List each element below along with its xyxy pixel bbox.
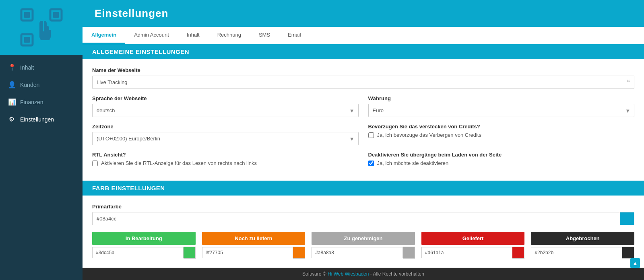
status-colors-row: In Bearbeitung Noch zu liefern xyxy=(92,232,634,259)
language-currency-row: Sprache der Webseite deutsch English ▼ xyxy=(92,95,634,124)
status-color-row-3 xyxy=(421,247,525,259)
transitions-checkbox-label: Ja, ich möchte sie deaktivieren xyxy=(377,160,449,166)
credits-label: Bevorzugen Sie das verstecken von Credit… xyxy=(368,124,635,130)
location-icon: 📍 xyxy=(8,64,15,71)
primary-color-label: Primärfarbe xyxy=(92,204,634,210)
status-swatch-2[interactable] xyxy=(403,247,415,259)
credits-group: Bevorzugen Sie das verstecken von Credit… xyxy=(368,124,635,138)
credits-checkbox-wrap: Ja, ich bevorzuge das Verbergen von Cred… xyxy=(368,132,635,138)
tab-rechnung[interactable]: Rechnung xyxy=(208,27,250,44)
rtl-group: RTL Ansicht? Aktivieren Sie die RTL-Anze… xyxy=(92,152,359,166)
website-name-input-wrap: ❝ xyxy=(92,76,634,89)
website-name-input[interactable] xyxy=(92,76,634,89)
timezone-credits-row: Zeitzone (UTC+02:00) Europe/Berlin ▼ Bev xyxy=(92,124,634,152)
status-swatch-4[interactable] xyxy=(622,247,634,259)
language-group: Sprache der Webseite deutsch English ▼ xyxy=(92,95,359,117)
svg-rect-5 xyxy=(24,37,30,43)
tab-sms[interactable]: SMS xyxy=(250,27,279,44)
sidebar-label-einstellungen: Einstellungen xyxy=(20,116,54,123)
logo-icon xyxy=(19,7,64,47)
content-area: ALLGEMEINE EINSTELLUNGEN Name der Websei… xyxy=(83,44,644,268)
tab-allgemein[interactable]: Allgemein xyxy=(83,27,125,44)
primary-color-input-wrap xyxy=(92,212,634,225)
rtl-col: RTL Ansicht? Aktivieren Sie die RTL-Anze… xyxy=(92,152,359,173)
status-geliefert: Geliefert xyxy=(421,232,525,259)
primary-color-input[interactable] xyxy=(92,212,634,225)
color-form-panel: Primärfarbe In Bearbeitung xyxy=(83,196,644,267)
timezone-select-wrap: (UTC+02:00) Europe/Berlin ▼ xyxy=(92,132,359,145)
footer-text-suffix: - Alle Rechte vorbehalten xyxy=(369,271,424,277)
tab-admin-account[interactable]: Admin Account xyxy=(125,27,178,44)
status-in-bearbeitung: In Bearbeitung xyxy=(92,232,196,259)
status-btn-in-bearbeitung[interactable]: In Bearbeitung xyxy=(92,232,196,245)
status-noch-zu-liefern: Noch zu liefern xyxy=(202,232,305,259)
language-select-wrap: deutsch English ▼ xyxy=(92,104,359,117)
quote-icon: ❝ xyxy=(626,78,630,87)
status-btn-noch-zu-liefern[interactable]: Noch zu liefern xyxy=(202,232,305,245)
status-abgebrochen: Abgebrochen xyxy=(531,232,634,259)
chart-icon: 📊 xyxy=(8,98,15,106)
footer-text-prefix: Software © xyxy=(302,271,328,277)
rtl-transitions-row: RTL Ansicht? Aktivieren Sie die RTL-Anze… xyxy=(92,152,634,173)
status-color-row-4 xyxy=(531,247,634,259)
transitions-checkbox[interactable] xyxy=(368,161,374,166)
currency-label: Währung xyxy=(368,95,635,101)
tab-email[interactable]: Email xyxy=(279,27,310,44)
tab-inhalt[interactable]: Inhalt xyxy=(178,27,208,44)
person-icon: 👤 xyxy=(8,81,15,89)
primary-color-group: Primärfarbe xyxy=(92,204,634,225)
status-color-row-1 xyxy=(202,247,305,259)
footer-link[interactable]: Hi Web Wiesbaden xyxy=(328,271,369,277)
currency-select[interactable]: Euro USD xyxy=(368,104,635,117)
footer: Software © Hi Web Wiesbaden - Alle Recht… xyxy=(83,268,644,280)
status-color-row-2 xyxy=(312,247,415,259)
tab-bar: Allgemein Admin Account Inhalt Rechnung … xyxy=(83,27,644,44)
credits-col: Bevorzugen Sie das verstecken von Credit… xyxy=(368,124,635,152)
rtl-label: RTL Ansicht? xyxy=(92,152,359,158)
sidebar-logo xyxy=(0,0,83,55)
rtl-checkbox-label: Aktivieren Sie die RTL-Anzeige für das L… xyxy=(101,160,257,166)
sidebar-label-finanzen: Finanzen xyxy=(20,99,43,105)
status-hex-input-0[interactable] xyxy=(92,247,184,258)
credits-checkbox[interactable] xyxy=(368,132,374,138)
general-form-panel: Name der Webseite ❝ Sprache der Webseite xyxy=(83,59,644,181)
page-title: Einstellungen xyxy=(95,7,168,20)
timezone-select[interactable]: (UTC+02:00) Europe/Berlin xyxy=(92,132,359,145)
currency-group: Währung Euro USD ▼ xyxy=(368,95,635,117)
website-name-group: Name der Webseite ❝ xyxy=(92,67,634,89)
language-select[interactable]: deutsch English xyxy=(92,104,359,117)
status-hex-input-1[interactable] xyxy=(202,247,293,258)
sidebar-item-finanzen[interactable]: 📊 Finanzen xyxy=(0,93,83,111)
currency-col: Währung Euro USD ▼ xyxy=(368,95,635,124)
timezone-group: Zeitzone (UTC+02:00) Europe/Berlin ▼ xyxy=(92,124,359,145)
status-hex-input-2[interactable] xyxy=(312,247,403,258)
svg-rect-3 xyxy=(53,12,59,18)
status-swatch-0[interactable] xyxy=(184,247,196,259)
transitions-label: Deaktivieren Sie übergänge beim Laden vo… xyxy=(368,152,635,158)
status-swatch-1[interactable] xyxy=(293,247,305,259)
website-name-label: Name der Webseite xyxy=(92,67,634,73)
credits-checkbox-label: Ja, ich bevorzuge das Verbergen von Cred… xyxy=(377,132,481,138)
timezone-col: Zeitzone (UTC+02:00) Europe/Berlin ▼ xyxy=(92,124,359,152)
sidebar-label-inhalt: Inhalt xyxy=(20,64,34,71)
scroll-up-button[interactable]: ▲ xyxy=(630,258,640,268)
language-label: Sprache der Webseite xyxy=(92,95,359,101)
general-section-header: ALLGEMEINE EINSTELLUNGEN xyxy=(83,44,644,59)
rtl-checkbox[interactable] xyxy=(92,161,98,166)
status-hex-input-3[interactable] xyxy=(421,247,513,258)
status-btn-abgebrochen[interactable]: Abgebrochen xyxy=(531,232,634,245)
main-content: Einstellungen Allgemein Admin Account In… xyxy=(83,0,644,280)
sidebar-item-einstellungen[interactable]: ⚙ Einstellungen xyxy=(0,111,83,128)
status-zu-genehmigen: Zu genehmigen xyxy=(312,232,415,259)
primary-color-swatch[interactable] xyxy=(620,212,634,225)
page-header: Einstellungen xyxy=(83,0,644,27)
status-hex-input-4[interactable] xyxy=(531,247,622,258)
status-btn-zu-genehmigen[interactable]: Zu genehmigen xyxy=(312,232,415,245)
language-col: Sprache der Webseite deutsch English ▼ xyxy=(92,95,359,124)
sidebar-item-kunden[interactable]: 👤 Kunden xyxy=(0,76,83,93)
currency-select-wrap: Euro USD ▼ xyxy=(368,104,635,117)
status-swatch-3[interactable] xyxy=(512,247,524,259)
svg-rect-1 xyxy=(24,12,30,18)
status-btn-geliefert[interactable]: Geliefert xyxy=(421,232,525,245)
sidebar-item-inhalt[interactable]: 📍 Inhalt xyxy=(0,59,83,76)
